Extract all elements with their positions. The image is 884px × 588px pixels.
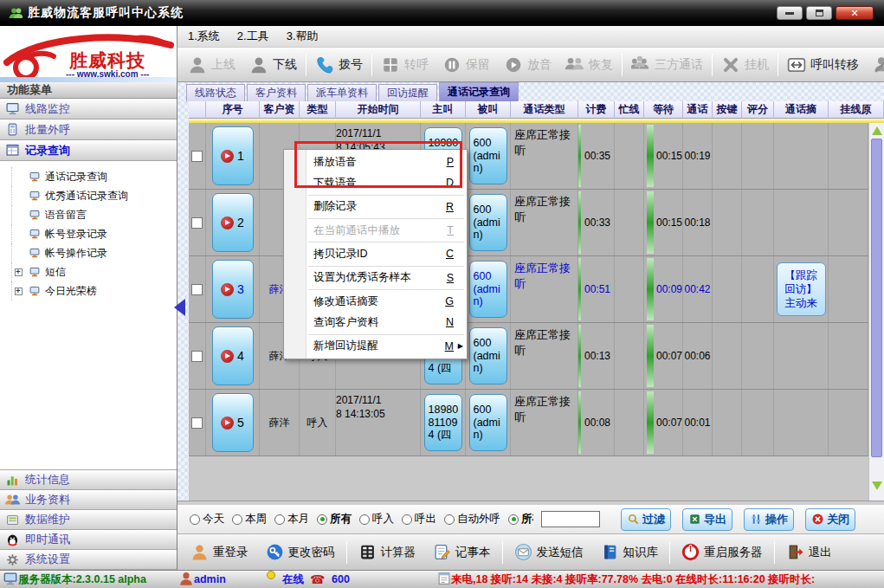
tree-item-通话记录查询[interactable]: 通话记录查询 bbox=[0, 167, 177, 186]
menu-item-查询客户资料[interactable]: 查询客户资料N bbox=[284, 312, 467, 333]
tab-回访提醒[interactable]: 回访提醒 bbox=[378, 84, 437, 101]
radio-button[interactable] bbox=[444, 514, 455, 525]
toolbar-conference-button[interactable]: 三方通话 bbox=[624, 55, 710, 74]
计算器-button[interactable]: 计算器 bbox=[352, 543, 423, 561]
column-header-通话摘[interactable]: 通话摘 bbox=[774, 101, 829, 119]
column-header-序号[interactable]: 序号 bbox=[206, 101, 260, 119]
radio-今天-0[interactable]: 今天 bbox=[190, 512, 224, 527]
toolbar-call-forward-button[interactable]: 呼叫转移 bbox=[780, 55, 866, 74]
radio-button[interactable] bbox=[190, 514, 200, 525]
close-button[interactable]: ✕ bbox=[836, 6, 874, 20]
sidebar-section-数据维护[interactable]: 数据维护 bbox=[0, 510, 177, 530]
tab-派车单资料[interactable]: 派车单资料 bbox=[307, 84, 377, 101]
column-header-主叫[interactable]: 主叫 bbox=[421, 101, 466, 119]
column-header-开始时间[interactable]: 开始时间 bbox=[336, 101, 421, 119]
play-record-button[interactable]: 1 bbox=[212, 126, 254, 185]
column-header-客户资[interactable]: 客户资 bbox=[260, 101, 300, 119]
记事本-button[interactable]: 记事本 bbox=[427, 543, 497, 561]
menu-item-拷贝记录ID[interactable]: 拷贝记录IDC bbox=[284, 243, 467, 264]
toolbar-hold-button[interactable]: 保留 bbox=[436, 55, 497, 74]
重登录-button[interactable]: 重登录 bbox=[184, 543, 255, 561]
toolbar-hangup-button[interactable]: 挂机 bbox=[714, 55, 776, 74]
expand-plus-icon[interactable]: + bbox=[15, 288, 23, 295]
vertical-scrollbar[interactable] bbox=[868, 123, 884, 501]
退出-button[interactable]: 退出 bbox=[780, 543, 838, 561]
column-header-评分[interactable]: 评分 bbox=[742, 101, 774, 119]
radio-本月-2[interactable]: 本月 bbox=[274, 512, 309, 527]
column-header-select[interactable] bbox=[189, 101, 206, 119]
sidebar-section-记录查询[interactable]: 记录查询 bbox=[0, 140, 177, 161]
play-record-button[interactable]: 4 bbox=[212, 326, 254, 385]
radio-自动外呼-6[interactable]: 自动外呼 bbox=[444, 512, 500, 527]
menu-item-删除记录[interactable]: 删除记录R bbox=[284, 197, 467, 217]
scroll-down-icon[interactable] bbox=[872, 481, 882, 490]
filter-input[interactable] bbox=[541, 511, 600, 527]
column-header-被叫[interactable]: 被叫 bbox=[466, 101, 511, 119]
play-record-button[interactable]: 5 bbox=[212, 393, 254, 452]
row-checkbox[interactable] bbox=[191, 217, 203, 229]
tree-item-帐号登录记录[interactable]: 帐号登录记录 bbox=[0, 224, 177, 243]
tree-item-今日光荣榜[interactable]: +今日光荣榜 bbox=[0, 281, 177, 300]
sidebar-section-批量外呼[interactable]: 批量外呼 bbox=[0, 120, 177, 140]
sidebar-section-业务资料[interactable]: 业务资料 bbox=[0, 490, 177, 510]
scrollbar-thumb[interactable] bbox=[871, 139, 882, 457]
column-header-挂线原[interactable]: 挂线原 bbox=[829, 101, 884, 119]
toolbar-agent-offline-button[interactable]: 下线 bbox=[242, 55, 304, 74]
column-header-通话类型[interactable]: 通话类型 bbox=[511, 101, 578, 119]
row-checkbox[interactable] bbox=[191, 151, 203, 162]
操作-button[interactable]: 操作 bbox=[744, 508, 794, 531]
radio-本周-1[interactable]: 本周 bbox=[232, 512, 267, 527]
sidebar-section-统计信息[interactable]: 统计信息 bbox=[0, 470, 177, 490]
row-checkbox[interactable] bbox=[191, 417, 203, 429]
sidebar-section-系统设置[interactable]: 系统设置 bbox=[0, 550, 177, 570]
tree-item-语音留言[interactable]: 语音留言 bbox=[0, 205, 177, 224]
radio-button[interactable] bbox=[359, 514, 370, 525]
重启服务器-button[interactable]: 重启服务器 bbox=[675, 543, 769, 561]
tab-客户资料[interactable]: 客户资料 bbox=[247, 84, 306, 101]
play-record-button[interactable]: 2 bbox=[212, 193, 254, 252]
column-header-类型[interactable]: 类型 bbox=[300, 101, 336, 119]
row-checkbox[interactable] bbox=[191, 284, 203, 295]
发送短信-button[interactable]: 发送短信 bbox=[508, 543, 590, 561]
知识库-button[interactable]: 知识库 bbox=[595, 543, 665, 561]
menu-item-2[interactable]: 2.工具 bbox=[237, 29, 269, 44]
column-header-通话[interactable]: 通话 bbox=[683, 101, 713, 119]
导出-button[interactable]: 导出 bbox=[682, 508, 732, 531]
menu-item-在当前通话中播放[interactable]: 在当前通话中播放T bbox=[284, 220, 467, 241]
radio-所有-7[interactable]: 所有 bbox=[508, 512, 533, 527]
radio-button[interactable] bbox=[317, 514, 327, 525]
play-record-button[interactable]: 3 bbox=[212, 260, 254, 319]
radio-所有-3[interactable]: 所有 bbox=[317, 512, 352, 527]
radio-button[interactable] bbox=[274, 514, 285, 525]
menu-item-设置为优秀话务样本[interactable]: 设置为优秀话务样本S bbox=[284, 268, 467, 288]
toolbar-transfer-call-button[interactable]: 转呼 bbox=[374, 55, 436, 74]
column-header-按键[interactable]: 按键 bbox=[713, 101, 742, 119]
column-header-计费[interactable]: 计费 bbox=[578, 101, 615, 119]
column-header-忙线[interactable]: 忙线 bbox=[615, 101, 644, 119]
radio-呼入-4[interactable]: 呼入 bbox=[359, 512, 394, 527]
maximize-button[interactable] bbox=[806, 6, 832, 20]
minimize-button[interactable] bbox=[777, 6, 803, 20]
menu-item-3[interactable]: 3.帮助 bbox=[287, 29, 319, 44]
toolbar-agent-online-button[interactable]: 上线 bbox=[181, 55, 242, 74]
关闭-button[interactable]: 关闭 bbox=[805, 508, 855, 531]
tree-item-帐号操作记录[interactable]: 帐号操作记录 bbox=[0, 243, 177, 262]
radio-button[interactable] bbox=[508, 514, 519, 525]
table-row[interactable]: 5薛洋呼入2017/11/18 14:13:0518980811094 (四60… bbox=[189, 390, 868, 456]
expand-plus-icon[interactable]: + bbox=[15, 268, 23, 276]
row-checkbox[interactable] bbox=[191, 351, 203, 362]
radio-button[interactable] bbox=[232, 514, 242, 525]
tab-通话记录查询[interactable]: 通话记录查询 bbox=[439, 82, 519, 101]
radio-button[interactable] bbox=[402, 514, 412, 525]
tree-item-优秀通话记录查询[interactable]: 优秀通话记录查询 bbox=[0, 186, 177, 205]
menu-item-1[interactable]: 1.系统 bbox=[188, 29, 220, 44]
sidebar-section-线路监控[interactable]: 线路监控 bbox=[0, 99, 177, 120]
过滤-button[interactable]: 过滤 bbox=[621, 508, 671, 531]
toolbar-dial-phone-button[interactable]: 拨号 bbox=[308, 55, 370, 74]
radio-呼出-5[interactable]: 呼出 bbox=[402, 512, 436, 527]
tree-item-短信[interactable]: +短信 bbox=[0, 262, 177, 281]
tab-线路状态[interactable]: 线路状态 bbox=[186, 84, 245, 101]
toolbar-resume-button[interactable]: 恢复 bbox=[558, 55, 620, 74]
sidebar-section-即时通讯[interactable]: 即时通讯 bbox=[0, 530, 177, 550]
sidebar-collapse-arrow[interactable] bbox=[174, 299, 185, 316]
